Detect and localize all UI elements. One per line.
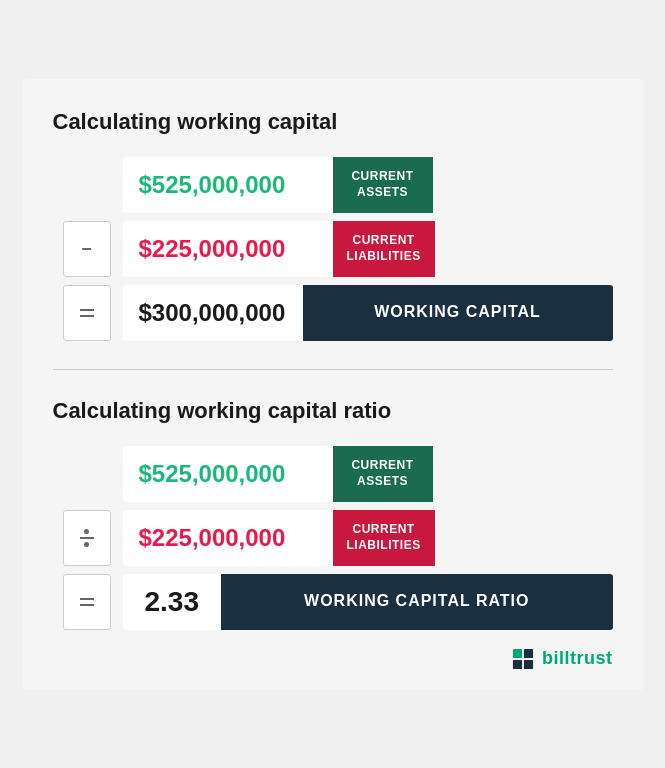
brand-name-part1: bill bbox=[542, 648, 570, 668]
section1-calc-block: $525,000,000 CURRENTASSETS − $225,000,00… bbox=[53, 157, 613, 341]
svg-rect-2 bbox=[513, 659, 522, 668]
section-working-capital-ratio: Calculating working capital ratio $525,0… bbox=[53, 398, 613, 630]
section1-row3-right: $300,000,000 WORKING CAPITAL bbox=[123, 285, 613, 341]
section-divider bbox=[53, 369, 613, 370]
section2-row2-right: $225,000,000 CURRENTLIABILITIES bbox=[123, 510, 613, 566]
svg-rect-0 bbox=[513, 648, 522, 657]
divide-line bbox=[80, 537, 94, 539]
section1-value-2: $225,000,000 bbox=[123, 221, 333, 277]
section1-amount-1: $525,000,000 bbox=[139, 171, 286, 199]
brand-name-part2: trust bbox=[570, 648, 613, 668]
section1-amount-3: $300,000,000 bbox=[139, 299, 286, 327]
section2-label-1: CURRENTASSETS bbox=[333, 446, 433, 502]
section1-title: Calculating working capital bbox=[53, 109, 613, 135]
section2-amount-3: 2.33 bbox=[145, 586, 200, 618]
brand-name-text: billtrust bbox=[542, 648, 613, 669]
svg-rect-1 bbox=[524, 648, 533, 657]
section1-amount-2: $225,000,000 bbox=[139, 235, 286, 263]
section-working-capital: Calculating working capital $525,000,000… bbox=[53, 109, 613, 341]
section1-label-2: CURRENTLIABILITIES bbox=[333, 221, 435, 277]
section1-row-1: $525,000,000 CURRENTASSETS bbox=[63, 157, 613, 213]
section1-row1-right: $525,000,000 CURRENTASSETS bbox=[123, 157, 613, 213]
divide-icon bbox=[80, 529, 94, 547]
section2-title: Calculating working capital ratio bbox=[53, 398, 613, 424]
section2-op-equals bbox=[63, 574, 111, 630]
section2-amount-1: $525,000,000 bbox=[139, 460, 286, 488]
main-card: Calculating working capital $525,000,000… bbox=[23, 79, 643, 690]
section2-amount-2: $225,000,000 bbox=[139, 524, 286, 552]
divide-dot-top bbox=[84, 529, 89, 534]
section2-row-3: 2.33 WORKING CAPITAL RATIO bbox=[63, 574, 613, 630]
section2-row3-right: 2.33 WORKING CAPITAL RATIO bbox=[123, 574, 613, 630]
section2-label-3: WORKING CAPITAL RATIO bbox=[221, 574, 613, 630]
section2-label-text-1: CURRENTASSETS bbox=[351, 458, 413, 489]
section1-op-equals bbox=[63, 285, 111, 341]
section1-label-1: CURRENTASSETS bbox=[333, 157, 433, 213]
section2-label-text-3: WORKING CAPITAL RATIO bbox=[304, 591, 529, 612]
minus-symbol: − bbox=[81, 240, 92, 258]
section2-calc-block: $525,000,000 CURRENTASSETS bbox=[53, 446, 613, 630]
section1-row-3: $300,000,000 WORKING CAPITAL bbox=[63, 285, 613, 341]
section2-row-1: $525,000,000 CURRENTASSETS bbox=[63, 446, 613, 502]
branding-area: billtrust bbox=[53, 648, 613, 670]
section1-op-minus: − bbox=[63, 221, 111, 277]
billtrust-icon bbox=[512, 648, 534, 670]
section2-row-2: $225,000,000 CURRENTLIABILITIES bbox=[63, 510, 613, 566]
section2-value-1: $525,000,000 bbox=[123, 446, 333, 502]
section2-value-3: 2.33 bbox=[123, 574, 222, 630]
section1-row2-right: $225,000,000 CURRENTLIABILITIES bbox=[123, 221, 613, 277]
section1-row-2: − $225,000,000 CURRENTLIABILITIES bbox=[63, 221, 613, 277]
section2-value-2: $225,000,000 bbox=[123, 510, 333, 566]
section2-label-2: CURRENTLIABILITIES bbox=[333, 510, 435, 566]
section1-label-text-3: WORKING CAPITAL bbox=[374, 302, 541, 323]
section2-op-divide bbox=[63, 510, 111, 566]
section2-label-text-2: CURRENTLIABILITIES bbox=[347, 522, 421, 553]
section1-value-3: $300,000,000 bbox=[123, 285, 303, 341]
section1-label-3: WORKING CAPITAL bbox=[303, 285, 613, 341]
section1-value-1: $525,000,000 bbox=[123, 157, 333, 213]
section1-label-text-2: CURRENTLIABILITIES bbox=[347, 233, 421, 264]
section2-row1-right: $525,000,000 CURRENTASSETS bbox=[123, 446, 613, 502]
section1-label-text-1: CURRENTASSETS bbox=[351, 169, 413, 200]
svg-rect-3 bbox=[524, 659, 533, 668]
divide-dot-bottom bbox=[84, 542, 89, 547]
